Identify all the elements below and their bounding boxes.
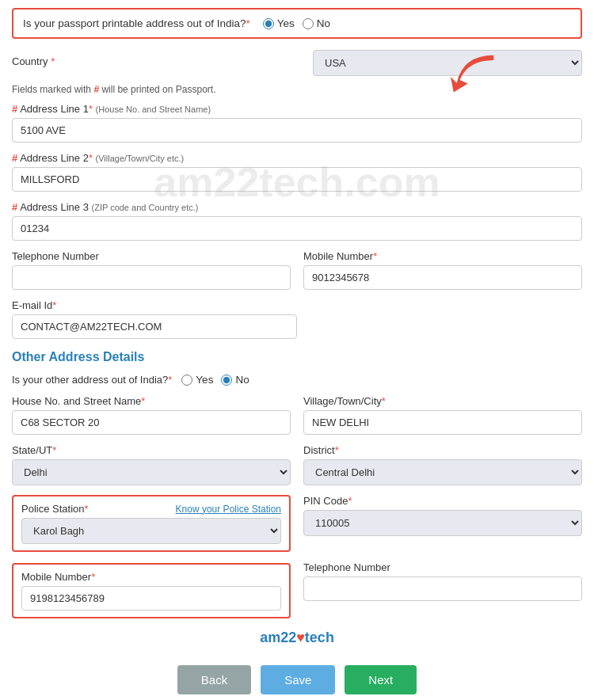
address-line-1-group: # Address Line 1* (House No. and Street … [12, 103, 582, 143]
address-line-2-input[interactable] [12, 167, 582, 192]
mobile-main-col: Mobile Number* [303, 250, 582, 290]
other-mobile-input[interactable] [21, 586, 281, 611]
passport-yes-radio-label[interactable]: Yes [263, 17, 295, 29]
address-line-3-label: # Address Line 3 (ZIP code and Country e… [12, 201, 582, 213]
other-telephone-col: Telephone Number [303, 561, 582, 618]
country-label: Country * [12, 55, 91, 67]
passport-address-radio-group: Yes No [263, 17, 330, 29]
other-mobile-highlight: Mobile Number* [12, 563, 291, 618]
police-station-label: Police Station* [21, 503, 89, 515]
other-telephone-input[interactable] [303, 576, 582, 601]
mobile-main-label: Mobile Number* [303, 250, 582, 262]
email-input[interactable] [12, 314, 297, 339]
police-pin-row: Police Station* Know your Police Station… [12, 495, 582, 552]
other-address-radio-group: Yes No [181, 374, 249, 386]
other-mobile-col: Mobile Number* [12, 561, 291, 618]
telephone-mobile-row: Telephone Number Mobile Number* [12, 250, 582, 290]
other-address-no-radio-label[interactable]: No [221, 374, 249, 386]
other-telephone-label: Telephone Number [303, 561, 582, 573]
house-no-input[interactable] [12, 410, 291, 435]
country-select[interactable]: USA India UK Canada [313, 50, 582, 76]
police-col: Police Station* Know your Police Station… [12, 495, 291, 552]
state-district-row: State/UT* Delhi Maharashtra Karnataka Ta… [12, 444, 582, 485]
address-line-1-label: # Address Line 1* (House No. and Street … [12, 103, 582, 115]
back-button[interactable]: Back [177, 665, 251, 694]
pin-code-select[interactable]: 110005 110001 110006 [303, 510, 582, 536]
address-line-3-group: # Address Line 3 (ZIP code and Country e… [12, 201, 582, 241]
house-no-col: House No. and Street Name* [12, 395, 291, 435]
address-line-2-group: # Address Line 2* (Village/Town/City etc… [12, 152, 582, 192]
telephone-label: Telephone Number [12, 250, 291, 262]
house-no-label: House No. and Street Name* [12, 395, 291, 407]
district-col: District* Central Delhi North Delhi Sout… [303, 444, 582, 485]
country-row: Country * USA India UK Canada [12, 50, 582, 76]
telephone-input[interactable] [12, 265, 291, 290]
district-select[interactable]: Central Delhi North Delhi South Delhi [303, 459, 582, 485]
village-town-col: Village/Town/City* [303, 395, 582, 435]
other-mobile-label: Mobile Number* [21, 571, 281, 583]
village-town-input[interactable] [303, 410, 582, 435]
other-address-yes-radio-label[interactable]: Yes [181, 374, 213, 386]
police-station-header: Police Station* Know your Police Station [21, 503, 281, 515]
address-line-1-input[interactable] [12, 118, 582, 143]
fields-note: Fields marked with # will be printed on … [12, 84, 582, 95]
other-mobile-telephone-row: Mobile Number* Telephone Number [12, 561, 582, 618]
passport-question-box: Is your passport printable address out o… [12, 8, 582, 39]
police-station-select[interactable]: Karol Bagh Connaught Place Chandni Chowk [21, 518, 281, 544]
telephone-col: Telephone Number [12, 250, 291, 290]
button-row: Back Save Next [12, 665, 582, 694]
branding: am22♥tech [12, 630, 582, 646]
state-col: State/UT* Delhi Maharashtra Karnataka Ta… [12, 444, 291, 485]
district-label: District* [303, 444, 582, 456]
passport-no-radio-label[interactable]: No [303, 17, 330, 29]
other-address-no-radio[interactable] [221, 375, 232, 386]
email-group: E-mail Id* [12, 299, 297, 339]
pin-col: PIN Code* 110005 110001 110006 [303, 495, 582, 552]
passport-question-label: Is your passport printable address out o… [23, 17, 250, 29]
passport-yes-radio[interactable] [263, 18, 274, 29]
country-select-wrap: USA India UK Canada [313, 50, 582, 76]
state-label: State/UT* [12, 444, 291, 456]
pin-code-label: PIN Code* [303, 495, 582, 507]
other-address-question-row: Is your other address out of India?* Yes… [12, 374, 582, 386]
know-police-station-link[interactable]: Know your Police Station [176, 504, 281, 515]
other-address-yes-radio[interactable] [181, 375, 192, 386]
state-select[interactable]: Delhi Maharashtra Karnataka Tamil Nadu [12, 459, 291, 485]
other-address-title: Other Address Details [12, 350, 582, 364]
address-line-3-input[interactable] [12, 216, 582, 241]
other-address-question-label: Is your other address out of India?* [12, 374, 172, 386]
save-button[interactable]: Save [261, 665, 335, 694]
house-village-row: House No. and Street Name* Village/Town/… [12, 395, 582, 435]
email-label: E-mail Id* [12, 299, 297, 311]
passport-no-radio[interactable] [303, 18, 314, 29]
next-button[interactable]: Next [345, 665, 417, 694]
police-highlight-box: Police Station* Know your Police Station… [12, 495, 291, 552]
mobile-main-input[interactable] [303, 265, 582, 290]
village-town-label: Village/Town/City* [303, 395, 582, 407]
address-line-2-label: # Address Line 2* (Village/Town/City etc… [12, 152, 582, 164]
